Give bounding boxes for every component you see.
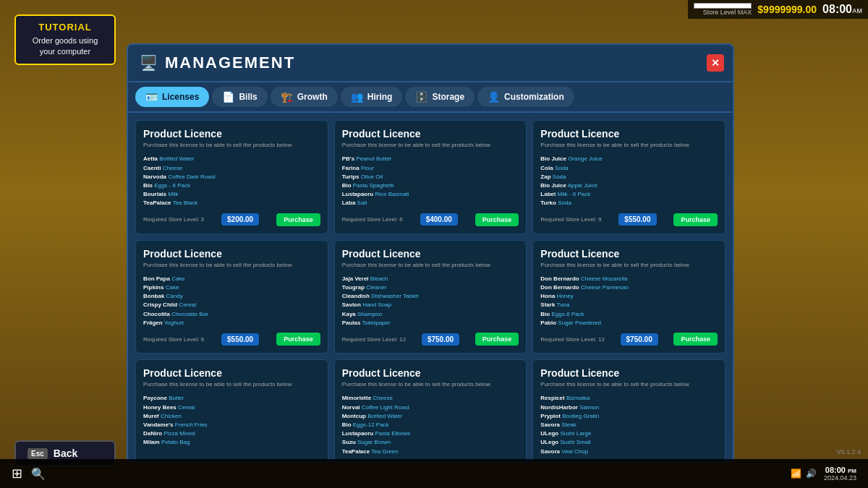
purchase-btn-3[interactable]: Purchase [276, 333, 320, 346]
product-item: Aetta Bottled Water [143, 155, 320, 163]
licence-title-2: Product Licence [540, 128, 718, 140]
product-item: Cleandish Dishwasher Tablet [342, 292, 519, 300]
close-button[interactable]: ✕ [707, 54, 724, 72]
licence-title-1: Product Licence [342, 128, 519, 140]
product-item: Bio Eggs-6 Pack [540, 310, 718, 318]
licence-title-5: Product Licence [540, 248, 718, 260]
licence-footer-2: Required Store Level: 9 $550.00 Purchase [540, 213, 718, 226]
storage-icon: 🗄️ [415, 91, 427, 103]
licence-title-3: Product Licence [143, 248, 320, 260]
licence-subtitle-0: Purchase this license to be able to sell… [143, 142, 320, 149]
purchase-btn-0[interactable]: Purchase [276, 213, 320, 226]
wifi-icon: 📶 [791, 468, 801, 479]
product-item: Jaja Verel Bleach [342, 275, 519, 283]
price-badge-3: $550.00 [221, 333, 259, 346]
licence-card-3: Product Licence Purchase this license to… [135, 240, 328, 354]
licence-footer-4: Required Store Level: 12 $750.00 Purchas… [342, 333, 519, 346]
taskbar-search-icon[interactable]: 🔍 [31, 467, 46, 481]
product-item: Kaya Shampoo [342, 310, 519, 318]
licences-grid: Product Licence Purchase this license to… [128, 113, 733, 461]
price-badge-2: $550.00 [618, 213, 656, 226]
purchase-btn-2[interactable]: Purchase [673, 213, 718, 226]
purchase-btn-4[interactable]: Purchase [475, 333, 519, 346]
required-level-5: Required Store Level: 12 [540, 336, 605, 343]
price-badge-0: $200.00 [221, 213, 259, 226]
product-item: Vandame's French Fries [143, 421, 320, 429]
product-item: ULego Sushi Large [540, 429, 718, 437]
product-item: Farina Flour [342, 164, 519, 172]
product-item: Label Milk - 6 Pack [540, 190, 718, 198]
product-item: Frägen Yoghurt [143, 319, 320, 327]
product-item: Bon Papa Cake [143, 275, 320, 283]
product-item: Bio Pasta Spaghetti [342, 181, 519, 189]
product-item: Savora Steak [540, 421, 718, 429]
licence-subtitle-1: Purchase this license to be able to sell… [342, 142, 519, 149]
purchase-btn-1[interactable]: Purchase [475, 213, 519, 226]
purchase-btn-5[interactable]: Purchase [673, 333, 718, 346]
tab-bills-label: Bills [239, 92, 257, 102]
licence-subtitle-8: Purchase this license to be able to sell… [540, 381, 718, 388]
store-level-bar: Store Level MAX [694, 3, 752, 16]
store-level-fill [694, 4, 751, 8]
product-item: Tougrap Cleaner [342, 283, 519, 291]
licence-card-1: Product Licence Purchase this license to… [334, 120, 527, 234]
product-item: DaNiro Pizza Mixed [143, 429, 320, 437]
product-item: Bio Juice Apple Juice [540, 181, 718, 189]
product-item: Don Bernardo Cheese Mozarella [540, 275, 718, 283]
taskbar-date: 2024.04.23 [824, 474, 856, 481]
product-item: ULego Sushi Small [540, 438, 718, 446]
tab-growth[interactable]: 🏗️ Growth [271, 87, 338, 107]
time-display: 08:00AM [822, 3, 862, 16]
tab-hiring[interactable]: 👥 Hiring [341, 87, 403, 107]
product-list-1: PB's Peanut ButterFarina FlourTurips Oli… [342, 155, 519, 207]
bills-icon: 📄 [222, 91, 234, 103]
licence-card-5: Product Licence Purchase this license to… [532, 240, 726, 354]
product-list-4: Jaja Verel BleachTougrap CleanerCleandis… [342, 275, 519, 327]
licence-title-4: Product Licence [342, 248, 519, 260]
product-item: Lustapaoru Pasta Elbows [342, 429, 519, 437]
product-list-5: Don Bernardo Cheese MozarellaDon Bernard… [540, 275, 718, 327]
tab-licenses[interactable]: 🪪 Licenses [135, 87, 209, 107]
hiring-icon: 👥 [351, 91, 363, 103]
product-item: PB's Peanut Butter [342, 155, 519, 163]
taskbar-icons: 📶 🔊 [791, 468, 817, 479]
product-item: Bio Eggs - 6 Pack [143, 181, 320, 189]
tab-licenses-label: Licenses [162, 92, 199, 102]
taskbar-right: 📶 🔊 08:00 PM 2024.04.23 [791, 466, 856, 481]
product-item: Caenti Cheese [143, 164, 320, 172]
time-ampm: AM [852, 7, 862, 14]
window-title: MANAGEMENT [165, 53, 295, 72]
product-item: Respicet Bizmaika [540, 394, 718, 402]
product-item: NordisHarbor Salmon [540, 403, 718, 411]
window-header: 🖥️ MANAGEMENT ✕ [128, 45, 733, 82]
price-badge-5: $750.00 [621, 333, 658, 346]
licence-footer-0: Required Store Level: 3 $200.00 Purchase [143, 213, 320, 226]
product-list-0: Aetta Bottled WaterCaenti CheeseNarvoda … [143, 155, 320, 207]
product-item: Bourlais Milk [143, 190, 320, 198]
tab-bills[interactable]: 📄 Bills [212, 87, 267, 107]
product-item: Don Bernardo Cheese Parmesan [540, 283, 718, 291]
product-item: Zap Soda [540, 173, 718, 181]
tutorial-title: TUTORIAL [25, 22, 106, 33]
product-item: Montcup Bottled Water [342, 412, 519, 420]
product-item: Turko Soda [540, 199, 718, 207]
tab-storage[interactable]: 🗄️ Storage [405, 87, 475, 107]
customization-icon: 👤 [488, 91, 500, 103]
product-item: Hona Honey [540, 292, 718, 300]
licence-subtitle-3: Purchase this license to be able to sell… [143, 262, 320, 269]
product-list-3: Bon Papa CakePipkins CakeBonbak CandyCri… [143, 275, 320, 327]
required-level-1: Required Store Level: 6 [342, 216, 403, 223]
windows-icon[interactable]: ⊞ [12, 466, 22, 481]
product-item: Savora Veal Chop [540, 448, 718, 455]
tab-customization[interactable]: 👤 Customization [477, 87, 574, 107]
product-item: Pipkins Cake [143, 283, 320, 291]
management-window: 🖥️ MANAGEMENT ✕ 🪪 Licenses 📄 Bills 🏗️ Gr… [127, 43, 734, 463]
back-label: Back [54, 448, 77, 459]
licence-footer-1: Required Store Level: 6 $400.00 Purchase [342, 213, 519, 226]
licence-subtitle-2: Purchase this license to be able to sell… [540, 142, 718, 149]
product-item: Pryplot Bootleg Gratin [540, 412, 718, 420]
product-list-8: Respicet BizmaikaNordisHarbor SalmonPryp… [540, 394, 718, 455]
required-level-0: Required Store Level: 3 [143, 216, 204, 223]
esc-badge: Esc [27, 448, 48, 459]
price-badge-4: $750.00 [422, 333, 459, 346]
